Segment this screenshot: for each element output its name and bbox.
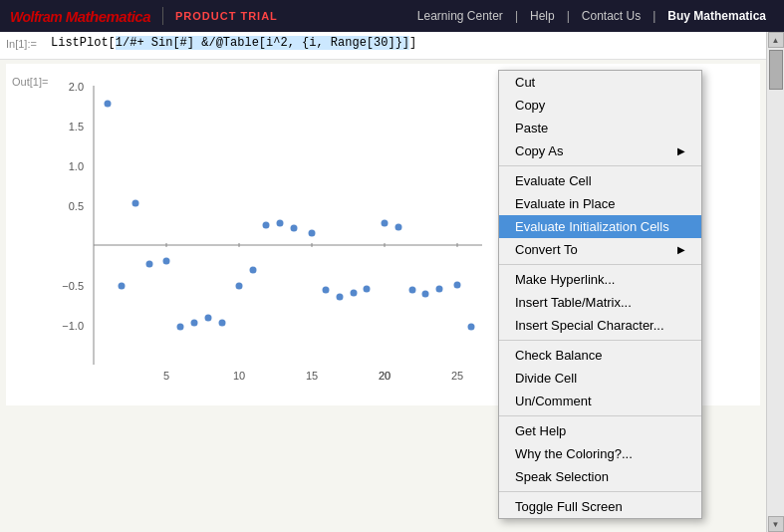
menu-item-speak-selection[interactable]: Speak Selection <box>499 465 701 488</box>
menu-item-check-balance[interactable]: Check Balance <box>499 344 701 367</box>
menu-item-evaluate-init[interactable]: Evaluate Initialization Cells <box>499 215 701 238</box>
svg-text:1.0: 1.0 <box>69 160 84 172</box>
svg-text:2.0: 2.0 <box>69 81 84 93</box>
svg-point-31 <box>277 220 284 227</box>
svg-point-26 <box>205 315 212 322</box>
svg-text:15: 15 <box>306 370 318 382</box>
svg-point-41 <box>422 291 429 298</box>
svg-text:−1.0: −1.0 <box>62 320 84 332</box>
svg-text:10: 10 <box>233 370 245 382</box>
product-trial-badge: PRODUCT TRIAL <box>175 10 278 22</box>
menu-item-uncomment[interactable]: Un/Comment <box>499 390 701 412</box>
svg-point-29 <box>250 267 257 274</box>
menu-item-cut[interactable]: Cut <box>499 71 701 94</box>
svg-point-19 <box>105 101 112 108</box>
svg-text:1.5: 1.5 <box>69 121 84 133</box>
nav-buy-mathematica[interactable]: Buy Mathematica <box>659 9 774 23</box>
svg-point-36 <box>351 290 358 297</box>
menu-item-convert-to[interactable]: Convert To <box>499 238 701 261</box>
wolfram-logo: Wolfram Mathematica <box>10 8 150 25</box>
menu-item-paste[interactable]: Paste <box>499 117 701 139</box>
output-label: Out[1]= <box>12 76 48 88</box>
svg-point-20 <box>119 283 126 290</box>
scroll-down-button[interactable]: ▼ <box>768 516 784 532</box>
nav-learning-center[interactable]: Learning Center <box>409 9 511 23</box>
svg-point-22 <box>146 261 153 268</box>
svg-point-34 <box>323 287 330 294</box>
menu-item-get-help[interactable]: Get Help <box>499 419 701 442</box>
menu-separator-1 <box>499 165 701 166</box>
svg-point-23 <box>163 258 170 265</box>
svg-point-32 <box>291 225 298 232</box>
svg-point-40 <box>409 287 416 294</box>
menu-item-why-coloring[interactable]: Why the Coloring?... <box>499 442 701 465</box>
svg-point-43 <box>454 282 461 289</box>
scrollbar[interactable]: ▲ ▼ <box>766 32 784 532</box>
menu-item-toggle-fullscreen[interactable]: Toggle Full Screen <box>499 495 701 518</box>
svg-point-30 <box>263 222 270 229</box>
svg-point-37 <box>364 286 371 293</box>
menu-item-copy-as[interactable]: Copy As <box>499 139 701 162</box>
menu-separator-2 <box>499 264 701 265</box>
menu-item-insert-table[interactable]: Insert Table/Matrix... <box>499 291 701 314</box>
topbar: Wolfram Mathematica PRODUCT TRIAL Learni… <box>0 0 784 32</box>
svg-point-21 <box>132 200 139 207</box>
svg-text:0.5: 0.5 <box>69 200 84 212</box>
top-navigation: Learning Center | Help | Contact Us | Bu… <box>409 9 774 23</box>
svg-point-24 <box>177 324 184 331</box>
menu-item-copy[interactable]: Copy <box>499 94 701 117</box>
svg-text:25: 25 <box>451 370 463 382</box>
svg-text:20: 20 <box>379 370 391 382</box>
svg-point-28 <box>236 283 243 290</box>
nav-contact-us[interactable]: Contact Us <box>574 9 649 23</box>
scatter-plot: 2.0 1.5 1.0 0.5 −0.5 −1.0 5 10 15 20 20 <box>54 76 502 395</box>
svg-text:5: 5 <box>163 370 169 382</box>
svg-point-38 <box>382 220 389 227</box>
scroll-track <box>769 48 783 516</box>
logo-separator <box>162 7 163 25</box>
menu-item-make-hyperlink[interactable]: Make Hyperlink... <box>499 268 701 291</box>
svg-point-27 <box>219 320 226 327</box>
nav-help[interactable]: Help <box>522 9 563 23</box>
svg-point-35 <box>337 294 344 301</box>
svg-text:−0.5: −0.5 <box>62 280 84 292</box>
menu-item-divide-cell[interactable]: Divide Cell <box>499 367 701 390</box>
menu-item-evaluate-cell[interactable]: Evaluate Cell <box>499 169 701 192</box>
menu-separator-3 <box>499 340 701 341</box>
menu-item-evaluate-in-place[interactable]: Evaluate in Place <box>499 192 701 215</box>
input-code[interactable]: ListPlot[1/#+ Sin[#] &/@Table[i^2, {i, R… <box>51 36 760 50</box>
scroll-thumb[interactable] <box>769 50 783 90</box>
context-menu: Cut Copy Paste Copy As Evaluate Cell Eva… <box>498 70 702 519</box>
svg-point-33 <box>309 230 316 237</box>
input-cell[interactable]: In[1]:= ListPlot[1/#+ Sin[#] &/@Table[i^… <box>0 32 766 60</box>
menu-separator-4 <box>499 415 701 416</box>
notebook-area: In[1]:= ListPlot[1/#+ Sin[#] &/@Table[i^… <box>0 32 784 532</box>
svg-point-39 <box>395 224 402 231</box>
scroll-up-button[interactable]: ▲ <box>768 32 784 48</box>
menu-item-insert-special[interactable]: Insert Special Character... <box>499 314 701 337</box>
svg-point-25 <box>191 320 198 327</box>
input-label: In[1]:= <box>6 36 51 50</box>
svg-point-42 <box>436 286 443 293</box>
menu-separator-5 <box>499 491 701 492</box>
svg-point-44 <box>468 324 475 331</box>
